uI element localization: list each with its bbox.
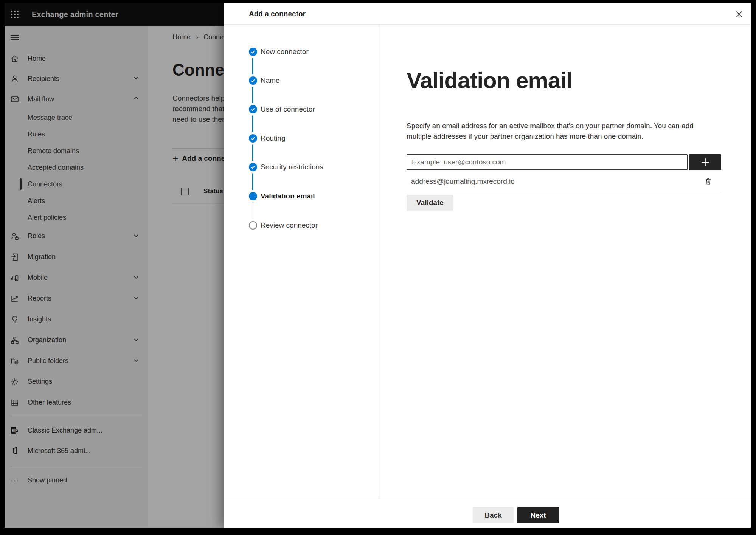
delete-email-button[interactable] — [703, 176, 714, 187]
step-heading: Validation email — [407, 67, 751, 94]
wizard-step-routing[interactable]: Routing — [261, 134, 286, 143]
validation-email-input[interactable] — [407, 154, 688, 170]
step-completed-icon — [249, 163, 257, 171]
trash-icon — [704, 177, 713, 186]
close-icon — [736, 11, 743, 18]
plus-icon — [700, 157, 711, 168]
wizard-steps-nav: New connector Name Use of connector Rout… — [224, 25, 380, 499]
step-completed-icon — [249, 134, 257, 143]
step-description: Specify an email address for an active m… — [407, 121, 695, 142]
wizard-step-review-connector[interactable]: Review connector — [261, 221, 318, 230]
wizard-step-new-connector[interactable]: New connector — [261, 48, 309, 56]
add-email-button[interactable] — [689, 154, 721, 170]
step-connector-line — [252, 115, 253, 132]
email-input-row — [407, 154, 751, 170]
back-button[interactable]: Back — [473, 507, 514, 523]
panel-header: Add a connector — [224, 3, 751, 25]
next-button[interactable]: Next — [517, 507, 559, 523]
step-connector-line — [252, 58, 253, 74]
add-connector-panel: Add a connector New connector Name Use o… — [224, 3, 751, 528]
validate-button[interactable]: Validate — [407, 195, 453, 211]
step-completed-icon — [249, 48, 257, 56]
step-connector-line — [252, 144, 253, 161]
wizard-step-name[interactable]: Name — [261, 76, 280, 85]
close-button[interactable] — [733, 8, 745, 20]
email-address-row[interactable]: address@journaling.mxrecord.io — [407, 172, 721, 191]
step-current-icon — [249, 192, 257, 200]
exchange-admin-center-window: Exchange admin center Home Recipients Ma… — [5, 3, 751, 528]
email-address-value: address@journaling.mxrecord.io — [411, 177, 703, 186]
step-connector-line — [252, 87, 253, 103]
wizard-step-validation-email[interactable]: Validation email — [261, 192, 315, 200]
step-connector-line — [252, 173, 253, 190]
panel-title: Add a connector — [249, 3, 306, 25]
wizard-step-security-restrictions[interactable]: Security restrictions — [261, 163, 323, 171]
step-connector-line — [253, 202, 253, 219]
screenshot-stage: Exchange admin center Home Recipients Ma… — [0, 0, 756, 535]
divider — [407, 191, 721, 191]
wizard-content-pane: Validation email Specify an email addres… — [380, 25, 751, 499]
step-completed-icon — [249, 76, 257, 85]
step-upcoming-icon — [249, 221, 257, 230]
wizard-step-use-of-connector[interactable]: Use of connector — [261, 105, 315, 113]
step-completed-icon — [249, 105, 257, 113]
wizard-footer: Back Next — [224, 499, 751, 528]
